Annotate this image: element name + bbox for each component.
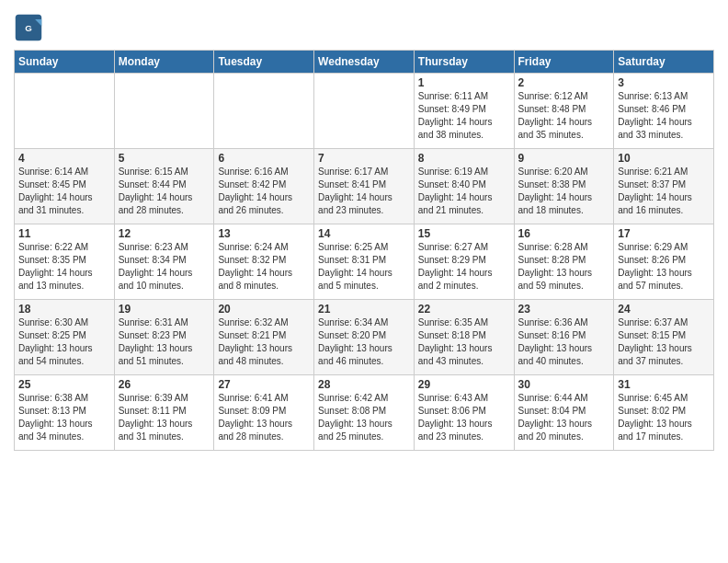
calendar-cell: 10Sunrise: 6:21 AM Sunset: 8:37 PM Dayli… xyxy=(614,149,714,224)
day-number: 18 xyxy=(18,303,110,316)
day-info: Sunrise: 6:13 AM Sunset: 8:46 PM Dayligh… xyxy=(618,90,710,142)
day-number: 15 xyxy=(418,227,510,240)
day-number: 19 xyxy=(119,303,210,316)
calendar-cell: 18Sunrise: 6:30 AM Sunset: 8:25 PM Dayli… xyxy=(15,300,115,375)
day-number: 23 xyxy=(518,303,610,316)
calendar-cell: 28Sunrise: 6:42 AM Sunset: 8:08 PM Dayli… xyxy=(314,375,415,451)
day-info: Sunrise: 6:34 AM Sunset: 8:20 PM Dayligh… xyxy=(318,316,410,368)
day-number: 3 xyxy=(618,76,710,89)
day-number: 10 xyxy=(618,152,710,165)
calendar-cell: 4Sunrise: 6:14 AM Sunset: 8:45 PM Daylig… xyxy=(15,149,115,224)
day-number: 31 xyxy=(618,378,710,391)
calendar-cell: 16Sunrise: 6:28 AM Sunset: 8:28 PM Dayli… xyxy=(514,224,614,300)
day-number: 2 xyxy=(518,76,610,89)
calendar-cell: 14Sunrise: 6:25 AM Sunset: 8:31 PM Dayli… xyxy=(314,224,415,300)
calendar-cell: 29Sunrise: 6:43 AM Sunset: 8:06 PM Dayli… xyxy=(414,375,514,451)
calendar-week-row: 4Sunrise: 6:14 AM Sunset: 8:45 PM Daylig… xyxy=(15,149,714,224)
calendar-cell: 23Sunrise: 6:36 AM Sunset: 8:16 PM Dayli… xyxy=(514,300,614,375)
day-number: 26 xyxy=(119,378,210,391)
day-number: 6 xyxy=(218,152,310,165)
calendar-cell: 13Sunrise: 6:24 AM Sunset: 8:32 PM Dayli… xyxy=(214,224,314,300)
calendar-week-row: 11Sunrise: 6:22 AM Sunset: 8:35 PM Dayli… xyxy=(15,224,714,300)
day-info: Sunrise: 6:39 AM Sunset: 8:11 PM Dayligh… xyxy=(119,392,210,443)
day-number: 7 xyxy=(318,152,410,165)
day-number: 11 xyxy=(18,227,110,240)
day-info: Sunrise: 6:20 AM Sunset: 8:38 PM Dayligh… xyxy=(518,166,610,217)
day-number: 27 xyxy=(218,378,310,391)
logo: G xyxy=(14,13,45,42)
calendar-cell: 15Sunrise: 6:27 AM Sunset: 8:29 PM Dayli… xyxy=(414,224,514,300)
weekday-header: Friday xyxy=(514,51,614,74)
day-info: Sunrise: 6:14 AM Sunset: 8:45 PM Dayligh… xyxy=(18,166,110,217)
calendar-table: SundayMondayTuesdayWednesdayThursdayFrid… xyxy=(14,50,714,451)
calendar-cell xyxy=(314,74,415,149)
calendar-cell: 26Sunrise: 6:39 AM Sunset: 8:11 PM Dayli… xyxy=(114,375,214,451)
calendar-container: G SundayMondayTuesdayWednesdayThursdayFr… xyxy=(0,0,728,460)
calendar-cell: 17Sunrise: 6:29 AM Sunset: 8:26 PM Dayli… xyxy=(614,224,714,300)
day-info: Sunrise: 6:36 AM Sunset: 8:16 PM Dayligh… xyxy=(518,316,610,368)
day-info: Sunrise: 6:17 AM Sunset: 8:41 PM Dayligh… xyxy=(318,166,410,217)
day-info: Sunrise: 6:45 AM Sunset: 8:02 PM Dayligh… xyxy=(618,392,710,443)
day-info: Sunrise: 6:35 AM Sunset: 8:18 PM Dayligh… xyxy=(418,316,510,368)
day-info: Sunrise: 6:23 AM Sunset: 8:34 PM Dayligh… xyxy=(119,241,210,293)
calendar-cell: 3Sunrise: 6:13 AM Sunset: 8:46 PM Daylig… xyxy=(614,74,714,149)
calendar-cell: 25Sunrise: 6:38 AM Sunset: 8:13 PM Dayli… xyxy=(15,375,115,451)
logo-icon: G xyxy=(14,13,43,42)
calendar-header: SundayMondayTuesdayWednesdayThursdayFrid… xyxy=(15,51,714,74)
day-number: 25 xyxy=(18,378,110,391)
svg-text:G: G xyxy=(25,23,32,33)
day-info: Sunrise: 6:37 AM Sunset: 8:15 PM Dayligh… xyxy=(618,316,710,368)
calendar-cell: 31Sunrise: 6:45 AM Sunset: 8:02 PM Dayli… xyxy=(614,375,714,451)
day-info: Sunrise: 6:19 AM Sunset: 8:40 PM Dayligh… xyxy=(418,166,510,217)
header: G xyxy=(14,9,714,42)
day-info: Sunrise: 6:41 AM Sunset: 8:09 PM Dayligh… xyxy=(218,392,310,443)
day-number: 14 xyxy=(318,227,410,240)
calendar-cell: 9Sunrise: 6:20 AM Sunset: 8:38 PM Daylig… xyxy=(514,149,614,224)
day-number: 29 xyxy=(418,378,510,391)
day-info: Sunrise: 6:38 AM Sunset: 8:13 PM Dayligh… xyxy=(18,392,110,443)
calendar-cell: 2Sunrise: 6:12 AM Sunset: 8:48 PM Daylig… xyxy=(514,74,614,149)
day-number: 16 xyxy=(518,227,610,240)
weekday-header: Wednesday xyxy=(314,51,415,74)
calendar-cell: 21Sunrise: 6:34 AM Sunset: 8:20 PM Dayli… xyxy=(314,300,415,375)
day-info: Sunrise: 6:32 AM Sunset: 8:21 PM Dayligh… xyxy=(218,316,310,368)
day-number: 21 xyxy=(318,303,410,316)
day-info: Sunrise: 6:30 AM Sunset: 8:25 PM Dayligh… xyxy=(18,316,110,368)
calendar-cell: 27Sunrise: 6:41 AM Sunset: 8:09 PM Dayli… xyxy=(214,375,314,451)
weekday-header: Tuesday xyxy=(214,51,314,74)
calendar-week-row: 1Sunrise: 6:11 AM Sunset: 8:49 PM Daylig… xyxy=(15,74,714,149)
weekday-header: Monday xyxy=(114,51,214,74)
calendar-cell: 19Sunrise: 6:31 AM Sunset: 8:23 PM Dayli… xyxy=(114,300,214,375)
day-info: Sunrise: 6:42 AM Sunset: 8:08 PM Dayligh… xyxy=(318,392,410,443)
day-number: 22 xyxy=(418,303,510,316)
calendar-cell: 1Sunrise: 6:11 AM Sunset: 8:49 PM Daylig… xyxy=(414,74,514,149)
calendar-cell: 8Sunrise: 6:19 AM Sunset: 8:40 PM Daylig… xyxy=(414,149,514,224)
weekday-header: Saturday xyxy=(614,51,714,74)
calendar-cell: 12Sunrise: 6:23 AM Sunset: 8:34 PM Dayli… xyxy=(114,224,214,300)
day-info: Sunrise: 6:12 AM Sunset: 8:48 PM Dayligh… xyxy=(518,90,610,142)
day-number: 30 xyxy=(518,378,610,391)
day-info: Sunrise: 6:29 AM Sunset: 8:26 PM Dayligh… xyxy=(618,241,710,293)
calendar-cell: 24Sunrise: 6:37 AM Sunset: 8:15 PM Dayli… xyxy=(614,300,714,375)
day-number: 1 xyxy=(418,76,510,89)
day-number: 17 xyxy=(618,227,710,240)
day-info: Sunrise: 6:21 AM Sunset: 8:37 PM Dayligh… xyxy=(618,166,710,217)
day-number: 9 xyxy=(518,152,610,165)
day-info: Sunrise: 6:27 AM Sunset: 8:29 PM Dayligh… xyxy=(418,241,510,293)
calendar-week-row: 18Sunrise: 6:30 AM Sunset: 8:25 PM Dayli… xyxy=(15,300,714,375)
day-info: Sunrise: 6:28 AM Sunset: 8:28 PM Dayligh… xyxy=(518,241,610,293)
day-info: Sunrise: 6:16 AM Sunset: 8:42 PM Dayligh… xyxy=(218,166,310,217)
day-number: 13 xyxy=(218,227,310,240)
calendar-week-row: 25Sunrise: 6:38 AM Sunset: 8:13 PM Dayli… xyxy=(15,375,714,451)
calendar-cell xyxy=(214,74,314,149)
day-info: Sunrise: 6:31 AM Sunset: 8:23 PM Dayligh… xyxy=(119,316,210,368)
header-row: SundayMondayTuesdayWednesdayThursdayFrid… xyxy=(15,51,714,74)
calendar-cell: 5Sunrise: 6:15 AM Sunset: 8:44 PM Daylig… xyxy=(114,149,214,224)
weekday-header: Sunday xyxy=(15,51,115,74)
calendar-cell: 20Sunrise: 6:32 AM Sunset: 8:21 PM Dayli… xyxy=(214,300,314,375)
calendar-body: 1Sunrise: 6:11 AM Sunset: 8:49 PM Daylig… xyxy=(15,74,714,451)
day-number: 28 xyxy=(318,378,410,391)
day-number: 5 xyxy=(119,152,210,165)
day-info: Sunrise: 6:22 AM Sunset: 8:35 PM Dayligh… xyxy=(18,241,110,293)
day-number: 24 xyxy=(618,303,710,316)
